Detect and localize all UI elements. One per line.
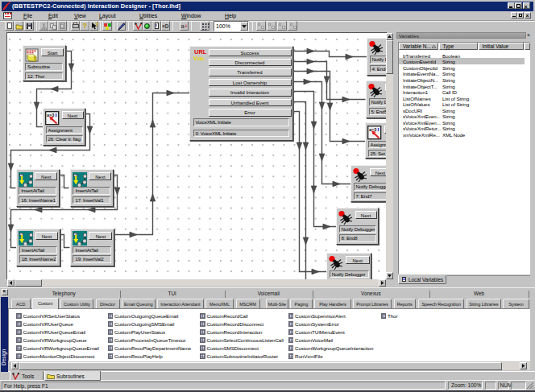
svg-text:a=3: a=3	[47, 112, 54, 117]
svg-text:a=3: a=3	[369, 126, 376, 131]
